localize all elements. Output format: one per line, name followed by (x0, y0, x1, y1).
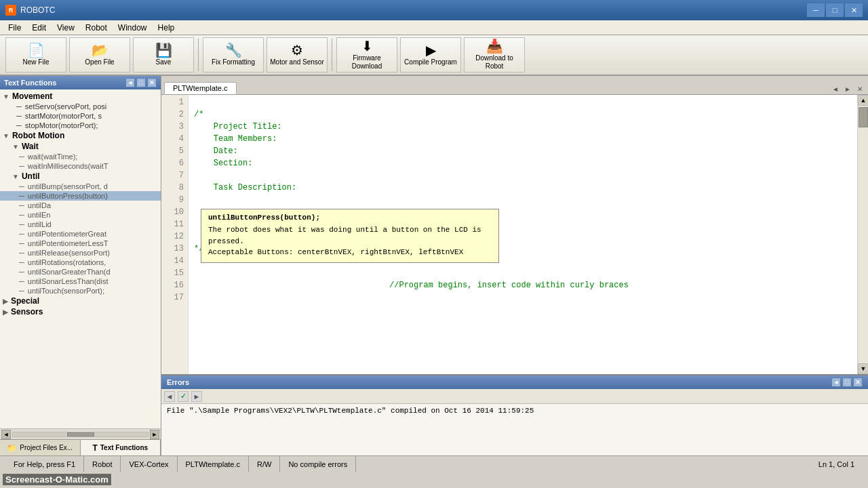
tree-item-startmotor[interactable]: ─ startMotor(motorPort, s (0, 111, 161, 121)
menu-file[interactable]: File (3, 22, 26, 34)
vscroll-up-button[interactable]: ▲ (858, 95, 868, 106)
tree-group-wait[interactable]: ▼Wait (0, 141, 161, 152)
tree-item-untiltouch[interactable]: ─ untilTouch(sensorPort); (0, 286, 161, 296)
new-file-icon: 📄 (28, 43, 45, 57)
code-editor[interactable]: 1 2 3 4 5 6 7 8 9 10 11 12 13 14 15 16 1… (161, 95, 868, 374)
fix-formatting-button[interactable]: 🔧 Fix Formatting (203, 37, 264, 73)
errors-prev-button[interactable]: ◄ (164, 391, 175, 402)
menu-help[interactable]: Help (153, 22, 180, 34)
tree-item-wait[interactable]: ─ wait(waitTime); (0, 152, 161, 161)
tree-item-untilda[interactable]: ─ untilDa (0, 201, 161, 210)
tree-item-stopmotor[interactable]: ─ stopMotor(motorPort); (0, 121, 161, 130)
editor-tab-pltw[interactable]: PLTWtemplate.c (164, 82, 237, 94)
tab-next-button[interactable]: ► (842, 83, 853, 94)
download-robot-label: Download to Robot (467, 54, 521, 70)
main-area: Text Functions ◄ □ ✕ ▼Movement ─ setServ… (0, 76, 868, 455)
tab-project-files[interactable]: 📁 Project Files Ex... (0, 440, 81, 455)
errors-toolbar: ◄ ✓ ► (161, 389, 868, 404)
sidebar-pin-button[interactable]: ◄ (125, 78, 135, 87)
errors-message: File ".\Sample Programs\VEX2\PLTW\PLTWte… (167, 407, 534, 415)
errors-header: Errors ◄ □ ✕ (161, 375, 868, 389)
tree-item-untilrelease[interactable]: ─ untilRelease(sensorPort) (0, 248, 161, 258)
tab-text-functions[interactable]: T Text Functions (81, 440, 161, 455)
toolbar: 📄 New File 📂 Open File 💾 Save 🔧 Fix Form… (0, 35, 868, 76)
tab-close-button[interactable]: ✕ (854, 83, 865, 94)
tree-item-untilrotations[interactable]: ─ untilRotations(rotations, (0, 258, 161, 267)
open-file-icon: 📂 (92, 43, 108, 57)
errors-header-controls: ◄ □ ✕ (831, 378, 863, 387)
close-button[interactable]: ✕ (845, 3, 863, 17)
hscroll-track[interactable] (12, 432, 149, 437)
tree-item-waitinmilliseconds[interactable]: ─ waitInMilliseconds(waitT (0, 161, 161, 171)
app-title: ROBOTC (20, 5, 55, 15)
open-file-button[interactable]: 📂 Open File (69, 37, 130, 73)
errors-check-button[interactable]: ✓ (178, 391, 189, 402)
app-icon: R (5, 5, 16, 16)
hscroll-thumb[interactable] (67, 432, 94, 436)
tree-item-untilbuttonpress[interactable]: ─ untilButtonPress(button) (0, 191, 161, 201)
menu-edit[interactable]: Edit (26, 22, 52, 34)
status-platform: VEX-Cortex (121, 456, 177, 472)
tree-group-special[interactable]: ▶Special (0, 296, 161, 306)
project-files-icon: 📁 (7, 443, 17, 453)
firmware-download-button[interactable]: ⬇ Firmware Download (336, 37, 397, 73)
menu-window[interactable]: Window (113, 22, 153, 34)
motor-sensor-button[interactable]: ⚙ Motor and Sensor (267, 37, 328, 73)
tree-group-sensors[interactable]: ▶Sensors (0, 306, 161, 317)
save-button[interactable]: 💾 Save (133, 37, 194, 73)
tooltip-body: The robot does what it was doing until a… (208, 224, 492, 258)
sidebar-float-button[interactable]: □ (136, 78, 146, 87)
expand-icon-until: ▼ (12, 173, 19, 180)
expand-icon-special: ▶ (3, 298, 8, 305)
hscroll-right-button[interactable]: ► (150, 430, 159, 439)
open-file-label: Open File (85, 58, 114, 66)
tree-item-untilen[interactable]: ─ untilEn (0, 210, 161, 220)
motor-sensor-label: Motor and Sensor (270, 58, 324, 66)
vscroll-thumb[interactable] (859, 107, 868, 127)
tree-group-movement[interactable]: ▼Movement (0, 91, 161, 102)
hscroll-left-button[interactable]: ◄ (1, 430, 11, 439)
titlebar: R ROBOTC ─ □ ✕ (0, 0, 868, 20)
motor-sensor-icon: ⚙ (291, 43, 303, 57)
tree-item-untilsonarlt[interactable]: ─ untilSonarLessThan(dist (0, 277, 161, 286)
vscroll-down-button[interactable]: ▼ (858, 363, 868, 374)
tree-group-robot-motion[interactable]: ▼Robot Motion (0, 130, 161, 141)
maximize-button[interactable]: □ (826, 3, 844, 17)
errors-pin-button[interactable]: ◄ (831, 378, 841, 387)
editor-vscroll: ▲ ▼ (857, 95, 868, 374)
menu-robot[interactable]: Robot (80, 22, 113, 34)
compile-program-button[interactable]: ▶ Compile Program (400, 37, 461, 73)
expand-icon-wait: ▼ (12, 143, 19, 150)
errors-next-button[interactable]: ► (191, 391, 202, 402)
expand-icon: ▼ (3, 93, 9, 100)
errors-close-button[interactable]: ✕ (853, 378, 863, 387)
new-file-button[interactable]: 📄 New File (5, 37, 66, 73)
tree-item-untilsonargt[interactable]: ─ untilSonarGreaterThan(d (0, 267, 161, 277)
tree-item-untillid[interactable]: ─ untilLid (0, 220, 161, 229)
sidebar-header: Text Functions ◄ □ ✕ (0, 76, 161, 89)
expand-icon-rm: ▼ (3, 132, 9, 140)
download-robot-button[interactable]: 📥 Download to Robot (464, 37, 525, 73)
tree-item-untilbump[interactable]: ─ untilBump(sensorPort, d (0, 182, 161, 191)
tab-prev-button[interactable]: ◄ (830, 83, 841, 94)
statusbar: For Help, press F1 Robot VEX-Cortex PLTW… (0, 455, 868, 472)
tooltip-title: untilButtonPress(button); (208, 214, 492, 222)
line-numbers: 1 2 3 4 5 6 7 8 9 10 11 12 13 14 15 16 1… (161, 95, 189, 374)
minimize-button[interactable]: ─ (807, 3, 825, 17)
fix-formatting-icon: 🔧 (225, 43, 242, 57)
menu-view[interactable]: View (52, 22, 80, 34)
vscroll-track[interactable] (858, 106, 868, 363)
sidebar-close-button[interactable]: ✕ (147, 78, 157, 87)
tab-text-functions-label: Text Functions (100, 444, 148, 451)
text-functions-icon: T (92, 443, 97, 453)
toolbar-separator-1 (198, 39, 199, 71)
editor-tab-controls: ◄ ► ✕ (830, 83, 865, 94)
tooltip-line1: The robot does what it was doing until a… (208, 224, 492, 247)
tree-item-untilpotgreat[interactable]: ─ untilPotentiometerGreat (0, 229, 161, 239)
status-position: Ln 1, Col 1 (810, 456, 863, 472)
tree-group-until[interactable]: ▼Until (0, 171, 161, 182)
tree-item-untilpotless[interactable]: ─ untilPotentiometerLessT (0, 239, 161, 248)
tree-item-setservo[interactable]: ─ setServo(servoPort, posi (0, 102, 161, 111)
download-robot-icon: 📥 (486, 39, 503, 53)
errors-maximize-button[interactable]: □ (842, 378, 852, 387)
